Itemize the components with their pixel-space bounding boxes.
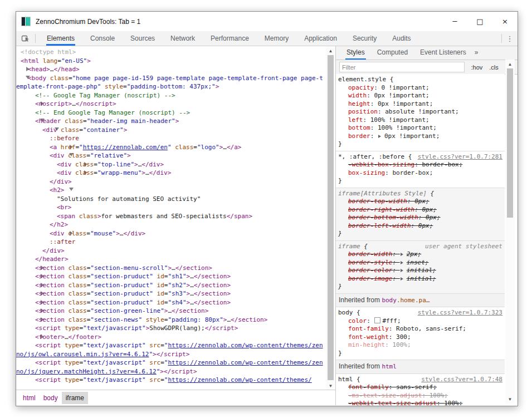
dom-tree-line[interactable]: "Solutions for automating SEO activity" xyxy=(16,195,326,204)
tab-security[interactable]: Security xyxy=(352,31,377,46)
dom-tree-line[interactable]: <div class="wrapp-menu">…</div> xyxy=(16,169,326,178)
rule-selector[interactable]: html {style.css?ver=1.0.7:48 xyxy=(338,376,502,384)
css-declaration[interactable]: width: 0px !important; xyxy=(338,92,502,100)
pseudo-state-button[interactable]: :hov xyxy=(471,64,483,71)
element-classes-button[interactable]: .cls xyxy=(489,64,499,71)
css-declaration[interactable]: border-right-width: 0px; xyxy=(338,206,502,214)
dom-tree-line[interactable]: <noscript>…</noscript> xyxy=(16,100,326,109)
dom-tree-line[interactable]: <html lang="en-US"> xyxy=(16,57,326,66)
dom-tree-line[interactable]: <head>…</head> xyxy=(16,65,326,74)
css-declaration[interactable]: min-height: 100%; xyxy=(338,341,502,350)
rule-selector[interactable]: iframe[Attributes Style] { xyxy=(338,190,502,198)
scrollbar-thumb[interactable] xyxy=(328,55,334,380)
dom-tree-line[interactable]: <section class="section-green-line">…</s… xyxy=(16,307,326,316)
expand-arrow-icon[interactable] xyxy=(28,307,35,316)
inherited-node-link[interactable]: body xyxy=(382,297,397,304)
scroll-down-icon[interactable]: ▼ xyxy=(505,395,515,403)
dom-tree-line[interactable]: <script type="text/javascript">ShowGDPR(… xyxy=(16,324,326,333)
expand-arrow-icon[interactable] xyxy=(28,289,35,298)
expand-arrow-icon[interactable] xyxy=(50,160,57,169)
collapse-arrow-icon[interactable] xyxy=(42,151,50,160)
expand-arrow-icon[interactable] xyxy=(28,272,35,281)
dom-tree-line[interactable]: <div class="relative"> xyxy=(16,151,326,160)
rule-selector[interactable]: iframe {user agent stylesheet xyxy=(338,243,502,251)
css-declaration[interactable]: border-top-width: 0px; xyxy=(338,198,502,206)
minimize-button[interactable]: ─ xyxy=(442,12,467,31)
expand-arrow-icon[interactable] xyxy=(28,281,35,290)
styles-filter-input[interactable] xyxy=(339,62,465,72)
overflow-menu-icon[interactable]: ⋮ xyxy=(502,31,518,46)
dom-tree-line[interactable]: </div> xyxy=(16,247,326,255)
collapse-arrow-icon[interactable] xyxy=(42,186,50,195)
expand-arrow-icon[interactable] xyxy=(28,316,35,324)
dom-tree-line[interactable]: <div class="mouse">…</div> xyxy=(16,229,326,238)
inherited-node-link[interactable]: html xyxy=(382,363,397,370)
css-declaration[interactable]: height: 0px !important; xyxy=(338,100,502,109)
css-declaration[interactable]: opacity: 0 !important; xyxy=(338,84,502,92)
css-declaration[interactable]: position: absolute !important; xyxy=(338,108,502,116)
dom-tree-line[interactable]: <a href="https://zennolab.com/en" class=… xyxy=(16,143,326,152)
tab-computed[interactable]: Computed xyxy=(376,46,409,60)
css-declaration[interactable]: box-sizing: border-box; xyxy=(338,169,502,178)
dom-tree-line[interactable]: ::after xyxy=(16,238,326,247)
tab-memory[interactable]: Memory xyxy=(264,31,289,46)
stylesheet-link[interactable]: style.css?ver=1.0.7:323 xyxy=(418,309,502,317)
expand-value-icon[interactable] xyxy=(401,261,405,264)
expand-arrow-icon[interactable] xyxy=(28,333,35,342)
dom-tree-line[interactable]: <section class="section-pruduct" id="sh3… xyxy=(16,289,326,298)
rule-selector[interactable]: *, :after, :before {style.css?ver=1.0.7:… xyxy=(338,153,502,161)
expand-arrow-icon[interactable] xyxy=(42,143,50,152)
tab-elements[interactable]: Elements xyxy=(46,31,75,46)
css-declaration[interactable]: color: #fff; xyxy=(338,317,502,326)
expand-value-icon[interactable] xyxy=(378,135,383,138)
dom-tree-line[interactable]: <section class="section-pruduct" id="sh2… xyxy=(16,281,326,290)
collapse-arrow-icon[interactable] xyxy=(28,117,35,126)
css-declaration[interactable]: font-family: sans-serif; xyxy=(338,383,502,392)
css-declaration[interactable]: border: 0px !important; xyxy=(338,132,502,141)
breadcrumb-item-html[interactable]: html xyxy=(19,392,40,404)
css-declaration[interactable]: bottom: 100% !important; xyxy=(338,124,502,132)
css-declaration[interactable]: -webkit-text-size-adjust: 100%; xyxy=(338,400,502,405)
close-button[interactable]: × xyxy=(492,12,518,31)
title-bar[interactable]: ZennoChromium DevTools: Tab = 1 ─ □ × xyxy=(16,12,518,31)
tab-event-listeners[interactable]: Event Listeners xyxy=(419,46,467,60)
dom-tree-line[interactable]: <footer>…</footer> xyxy=(16,333,326,342)
css-declaration[interactable]: border-image: initial; xyxy=(338,275,502,283)
tab-sources[interactable]: Sources xyxy=(130,31,155,46)
styles-scrollbar[interactable]: ▲ ▼ xyxy=(505,60,515,404)
dom-tree-line[interactable]: ::before xyxy=(16,134,326,143)
expand-arrow-icon[interactable] xyxy=(28,264,35,273)
expand-arrow-icon[interactable] xyxy=(50,169,57,178)
dom-tree-line[interactable]: <div class="top-line">…</div> xyxy=(16,160,326,169)
dom-tree-line[interactable]: </h2> xyxy=(16,220,326,229)
maximize-button[interactable]: □ xyxy=(467,12,492,31)
dom-tree-line[interactable]: <script type="text/javascript" src="http… xyxy=(16,358,326,376)
css-declaration[interactable]: -webkit-box-sizing: border-box; xyxy=(338,161,502,169)
dom-tree-line[interactable]: <section class="section-menu-scroll">…</… xyxy=(16,264,326,273)
stylesheet-link[interactable]: style.css?ver=1.0.7:48 xyxy=(421,376,502,384)
css-declaration[interactable]: border-left-width: 0px; xyxy=(338,222,502,230)
dom-tree-line[interactable]: <div class="container"> xyxy=(16,126,326,135)
dom-tree-line[interactable]: </div> xyxy=(16,178,326,186)
dom-tree-line[interactable]: <!-- Google Tag Manager (noscript) --> xyxy=(16,91,326,100)
dom-tree-line[interactable]: <span class>for webmasters and SEO-speci… xyxy=(16,212,326,221)
scroll-up-icon[interactable]: ▲ xyxy=(505,60,515,68)
css-declaration[interactable]: font-weight: 300; xyxy=(338,333,502,342)
expand-value-icon[interactable] xyxy=(401,269,405,272)
expand-value-icon[interactable] xyxy=(401,277,405,281)
collapse-arrow-icon[interactable] xyxy=(21,74,28,83)
elements-scrollbar[interactable]: ▲ ▼ xyxy=(326,46,335,390)
expand-arrow-icon[interactable] xyxy=(42,229,50,238)
scrollbar-thumb[interactable] xyxy=(507,68,513,218)
expand-arrow-icon[interactable] xyxy=(21,65,28,74)
css-declaration[interactable]: left: 100% !important; xyxy=(338,116,502,125)
css-declaration[interactable]: border-bottom-width: 0px; xyxy=(338,214,502,222)
expand-arrow-icon[interactable] xyxy=(28,100,35,109)
dom-tree-line[interactable]: <!-- End Google Tag Manager (noscript) -… xyxy=(16,109,326,117)
rule-selector[interactable]: body {style.css?ver=1.0.7:323 xyxy=(338,309,502,317)
dom-tree-line[interactable]: <script type="text/javascript" src="http… xyxy=(16,341,326,358)
tab-application[interactable]: Application xyxy=(304,31,338,46)
tab-audits[interactable]: Audits xyxy=(392,31,411,46)
dom-tree-line[interactable]: <script type="text/javascript" src="http… xyxy=(16,376,326,385)
css-declaration[interactable]: border-color: initial; xyxy=(338,267,502,275)
